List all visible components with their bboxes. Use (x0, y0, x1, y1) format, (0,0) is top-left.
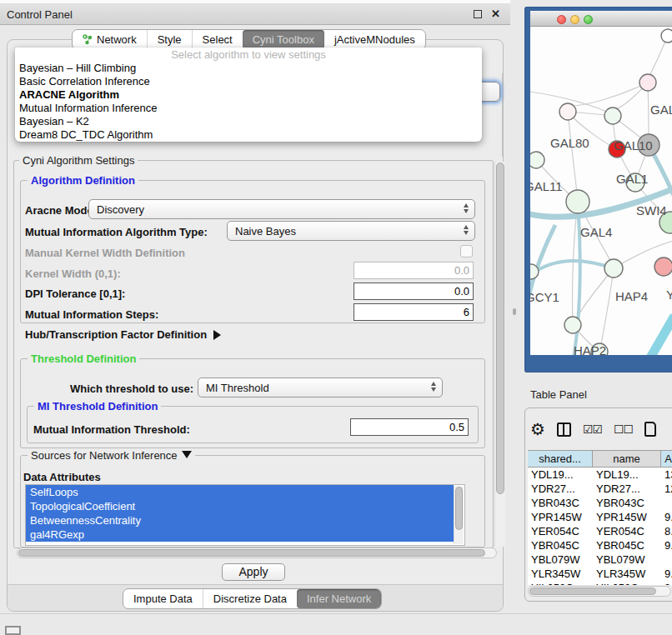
mi-type-select[interactable]: Naive Bayes (227, 221, 475, 241)
tab-discretize-data[interactable]: Discretize Data (203, 589, 297, 608)
float-panel-icon[interactable] (474, 10, 482, 18)
table-row[interactable]: YDR27...YDR27...12 (528, 482, 672, 496)
table-cell: 8. (661, 524, 672, 538)
network-window-titlebar[interactable] (530, 11, 672, 27)
table-cell: 12 (661, 482, 672, 496)
settings-vscroll-thumb[interactable] (496, 162, 504, 494)
manual-kernel-checkbox[interactable] (460, 245, 473, 258)
hidden-focused-combo-fragment[interactable] (480, 82, 500, 102)
dpi-tolerance-field[interactable]: 0.0 (354, 282, 474, 300)
algorithm-option[interactable]: Bayesian – K2 (15, 115, 482, 128)
settings-horizontal-scrollbar[interactable] (17, 548, 497, 558)
tab-infer-network[interactable]: Infer Network (297, 589, 381, 608)
network-graph[interactable]: GALGAL80GAL10GAL1GAL11SWI4GAL4GCY1HAP4YH… (530, 27, 672, 355)
algorithm-option[interactable]: Dream8 DC_TDC Algorithm (15, 128, 482, 142)
table-row[interactable]: YIL052CYIL052C9 (528, 581, 672, 585)
network-node[interactable] (559, 103, 576, 120)
close-icon[interactable]: ✕ (491, 8, 500, 20)
table-cell: YLR345W (528, 567, 593, 581)
collapse-down-icon[interactable] (182, 451, 192, 458)
table-hscroll-thumb[interactable] (529, 588, 656, 595)
tab-impute-data[interactable]: Impute Data (123, 589, 203, 608)
node-table: shared...nameA YDL19...YDL19...13YDR27..… (528, 450, 672, 597)
table-cell: YBR045C (528, 538, 593, 552)
hub-definition-expander[interactable]: Hub/Transcription Factor Definition (25, 328, 221, 341)
attributes-scrollbar[interactable] (454, 486, 464, 544)
import-table-icon[interactable] (644, 422, 656, 437)
network-node[interactable] (604, 259, 623, 278)
network-node[interactable] (530, 152, 544, 168)
mi-steps-field[interactable]: 6 (354, 303, 474, 321)
network-edge[interactable] (568, 112, 578, 200)
settings-vertical-scrollbar[interactable] (494, 162, 505, 547)
tab-cyni-toolbox[interactable]: Cyni Toolbox (243, 30, 324, 49)
column-header[interactable]: shared... (528, 451, 593, 467)
splitpane-handle[interactable] (513, 308, 516, 315)
table-row[interactable]: YBR043CYBR043C (528, 496, 672, 510)
sources-expander[interactable]: Sources for Network Inference (28, 449, 195, 462)
threshold-definition-title: Threshold Definition (28, 352, 139, 365)
window-zoom-icon[interactable] (584, 15, 593, 24)
select-all-icon[interactable]: ☑☑ (583, 422, 602, 436)
tab-jactivemnodules[interactable]: jActiveMNodules (324, 30, 425, 49)
mi-threshold-field[interactable]: 0.5 (350, 418, 469, 436)
column-header[interactable]: A (661, 451, 672, 467)
attributes-scrollbar-thumb[interactable] (455, 487, 463, 530)
column-view-icon[interactable] (557, 422, 571, 437)
table-row[interactable]: YLR345WYLR345W9. (528, 567, 672, 581)
algorithm-option[interactable]: ARACNE Algorithm (15, 88, 482, 102)
stepper-arrows-icon (431, 382, 436, 392)
tab-style[interactable]: Style (147, 30, 192, 49)
network-node[interactable] (566, 190, 589, 213)
tab-network[interactable]: Network (73, 30, 147, 49)
dropdown-placeholder: Select algorithm to view settings (15, 48, 482, 62)
apply-button[interactable]: Apply (222, 563, 285, 581)
table-row[interactable]: YBL079WYBL079W (528, 552, 672, 567)
network-node[interactable] (564, 317, 581, 333)
which-threshold-select[interactable]: MI Threshold (198, 378, 443, 398)
aracne-mode-label: Aracne Mode: (25, 204, 97, 217)
column-header[interactable]: name (593, 451, 661, 467)
minimized-panel-icon[interactable] (5, 626, 21, 635)
table-row[interactable]: YBR045CYBR045C9. (528, 538, 672, 552)
expand-right-icon[interactable] (213, 330, 221, 340)
mi-type-label: Mutual Information Algorithm Type: (25, 226, 208, 238)
table-horizontal-scrollbar[interactable] (528, 586, 671, 597)
tab-select[interactable]: Select (192, 30, 243, 49)
gear-icon[interactable]: ⚙ (530, 421, 545, 438)
table-row[interactable]: YDL19...YDL19...13 (528, 468, 672, 482)
tab-label: Discretize Data (213, 592, 287, 605)
window-minimize-icon[interactable] (570, 15, 579, 24)
network-edge[interactable] (640, 316, 672, 355)
network-node[interactable] (639, 74, 656, 91)
deselect-all-icon[interactable]: ☐☐ (614, 422, 633, 436)
node-label: Y (666, 288, 672, 302)
table-cell: YIL052C (528, 581, 593, 585)
kernel-width-field[interactable]: 0.0 (354, 262, 474, 279)
node-label: HAP2 (574, 343, 606, 355)
attribute-item[interactable]: BetweennessCentrality (26, 513, 454, 528)
aracne-mode-select[interactable]: Discovery (88, 199, 475, 219)
table-row[interactable]: YER054CYER054C8. (528, 524, 672, 538)
window-close-icon[interactable] (557, 15, 566, 24)
network-canvas[interactable]: GALGAL80GAL10GAL1GAL11SWI4GAL4GCY1HAP4YH… (530, 27, 672, 355)
network-node[interactable] (661, 29, 672, 42)
attribute-item[interactable]: TopologicalCoefficient (26, 499, 454, 513)
algorithm-option[interactable]: Mutual Information Inference (15, 102, 482, 115)
table-header-row: shared...nameA (528, 450, 672, 468)
network-node[interactable] (604, 108, 621, 124)
attribute-item[interactable]: SelfLoops (26, 485, 454, 499)
table-cell: 13 (661, 468, 672, 482)
network-view-window[interactable]: GALGAL80GAL10GAL1GAL11SWI4GAL4GCY1HAP4YH… (524, 7, 672, 372)
data-attributes-list[interactable]: SelfLoopsTopologicalCoefficientBetweenne… (25, 484, 465, 546)
attribute-item[interactable]: gal4RGexp (26, 528, 454, 542)
algorithm-option[interactable]: Basic Correlation Inference (15, 75, 482, 88)
table-row[interactable]: YPR145WYPR145W9. (528, 510, 672, 524)
network-edge[interactable] (530, 261, 614, 278)
table-toolbar: ⚙ ☑☑ ☐☐ (530, 418, 672, 440)
algorithm-option[interactable]: Bayesian – Hill Climbing (15, 62, 482, 75)
table-cell: YDR27... (528, 482, 593, 496)
network-edge[interactable] (600, 268, 614, 350)
network-node[interactable] (654, 258, 672, 276)
settings-hscroll-thumb[interactable] (18, 549, 485, 557)
